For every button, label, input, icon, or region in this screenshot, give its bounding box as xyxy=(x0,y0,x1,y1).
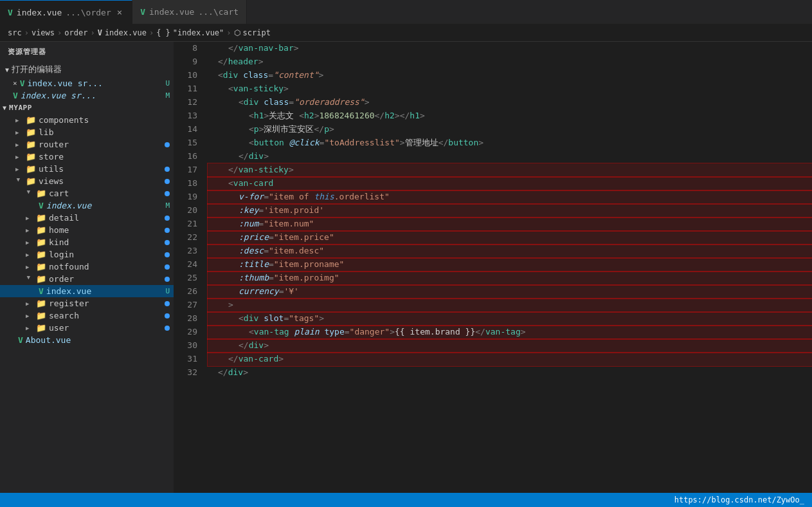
sidebar-item-lib[interactable]: ▶ 📁 lib xyxy=(0,126,174,138)
tab-bar: V index.vue ...\order × V index.vue ...\… xyxy=(0,0,812,24)
sidebar-item-register[interactable]: ▶ 📁 register xyxy=(0,297,174,309)
sidebar-item-notfound[interactable]: ▶ 📁 notfound xyxy=(0,261,174,273)
sidebar-item-login[interactable]: ▶ 📁 login xyxy=(0,248,174,261)
editor[interactable]: 8 9 10 11 12 13 14 15 16 17 18 19 20 21 … xyxy=(174,42,812,493)
sidebar-item-views[interactable]: ▶ 📁 views xyxy=(0,175,174,187)
breadcrumb-views[interactable]: views xyxy=(32,28,55,37)
code-line-21: :num="item.num" xyxy=(208,217,812,231)
dot-indicator xyxy=(165,277,170,282)
open-file-order[interactable]: × V index.vue sr... U xyxy=(0,77,174,89)
file-name: About.vue xyxy=(26,335,71,345)
close-x-icon[interactable]: × xyxy=(13,79,17,88)
breadcrumb-name[interactable]: "index.vue" xyxy=(173,28,224,37)
code-line-17: </van-sticky> xyxy=(208,163,812,177)
open-file-cart[interactable]: V index.vue sr... M xyxy=(0,89,174,102)
open-editors-label: 打开的编辑器 xyxy=(12,64,62,75)
arrow-icon: ▶ xyxy=(26,239,32,246)
dot-indicator xyxy=(165,179,170,184)
sidebar-item-store[interactable]: ▶ 📁 store xyxy=(0,151,174,163)
folder-name: user xyxy=(49,323,69,333)
line-num-20: 20 xyxy=(174,204,197,217)
sidebar-item-user[interactable]: ▶ 📁 user xyxy=(0,322,174,334)
status-text: https://blog.csdn.net/ZywOo_ xyxy=(674,495,804,504)
breadcrumb-order[interactable]: order xyxy=(64,28,87,37)
line-num-10: 10 xyxy=(174,69,197,82)
code-line-22: :price="item.price" xyxy=(208,231,812,244)
code-line-12: <div class="orderaddress"> xyxy=(208,96,812,109)
code-line-23: :desc="item.desc" xyxy=(208,244,812,258)
sidebar-item-components[interactable]: ▶ 📁 components xyxy=(0,114,174,126)
folder-icon: 📁 xyxy=(36,250,46,259)
code-line-31: </van-card> xyxy=(208,353,812,366)
arrow-icon: ▶ xyxy=(26,325,32,331)
sidebar-item-cart[interactable]: ▶ 📁 cart xyxy=(0,187,174,199)
line-num-24: 24 xyxy=(174,258,197,272)
sidebar: 资源管理器 ▼ 打开的编辑器 × V index.vue sr... U V i… xyxy=(0,42,174,493)
vue-icon: V xyxy=(8,8,13,17)
open-editors-header[interactable]: ▼ 打开的编辑器 xyxy=(0,62,174,77)
folder-name: login xyxy=(49,250,74,259)
tab-path: ...\order xyxy=(66,8,111,17)
tab-cart-index[interactable]: V index.vue ...\cart xyxy=(132,0,247,24)
line-numbers: 8 9 10 11 12 13 14 15 16 17 18 19 20 21 … xyxy=(174,42,203,493)
sidebar-item-kind[interactable]: ▶ 📁 kind xyxy=(0,236,174,248)
line-num-15: 15 xyxy=(174,136,197,150)
line-num-32: 32 xyxy=(174,366,197,380)
sidebar-item-utils[interactable]: ▶ 📁 utils xyxy=(0,163,174,175)
folder-icon: 📁 xyxy=(36,323,46,333)
folder-name: views xyxy=(39,176,64,186)
folder-name: kind xyxy=(49,237,69,247)
breadcrumb-src[interactable]: src xyxy=(8,28,22,37)
breadcrumb-sep: › xyxy=(57,28,62,37)
line-num-9: 9 xyxy=(174,55,197,69)
folder-name: detail xyxy=(49,213,79,223)
tab-order-index[interactable]: V index.vue ...\order × xyxy=(0,0,132,24)
project-name: MYAPP xyxy=(9,104,32,112)
project-header[interactable]: ▼ MYAPP xyxy=(0,102,174,114)
arrow-icon: ▶ xyxy=(15,142,22,148)
sidebar-item-detail[interactable]: ▶ 📁 detail xyxy=(0,212,174,224)
arrow-icon: ▶ xyxy=(15,166,22,172)
dot-indicator xyxy=(165,191,170,196)
arrow-icon: ▶ xyxy=(15,178,22,185)
code-line-28: <div slot="tags"> xyxy=(208,312,812,326)
code-line-32: </div> xyxy=(208,366,812,380)
breadcrumb-file[interactable]: index.vue xyxy=(105,28,147,37)
close-icon[interactable]: × xyxy=(115,6,124,18)
dot-indicator xyxy=(165,167,170,172)
vue-v-icon: V xyxy=(39,201,44,210)
line-num-17: 17 xyxy=(174,163,197,177)
sidebar-item-order[interactable]: ▶ 📁 order xyxy=(0,273,174,285)
sidebar-item-cart-index[interactable]: V index.vue M xyxy=(0,199,174,212)
line-num-13: 13 xyxy=(174,109,197,123)
arrow-icon: ▶ xyxy=(15,117,22,124)
arrow-icon: ▶ xyxy=(26,264,32,270)
arrow-icon: ▶ xyxy=(26,252,32,258)
breadcrumb-script-icon: ⬡ xyxy=(234,28,240,37)
folder-name: store xyxy=(39,152,64,161)
sidebar-item-search[interactable]: ▶ 📁 search xyxy=(0,309,174,322)
code-line-25: :thumb="item.proimg" xyxy=(208,272,812,285)
badge-m: M xyxy=(165,91,170,100)
dot-indicator xyxy=(165,326,170,331)
main-layout: 资源管理器 ▼ 打开的编辑器 × V index.vue sr... U V i… xyxy=(0,42,812,493)
folder-icon: 📁 xyxy=(36,311,46,320)
sidebar-item-home[interactable]: ▶ 📁 home xyxy=(0,224,174,236)
code-line-9: </header> xyxy=(208,55,812,69)
vue-v-icon: V xyxy=(13,91,18,100)
dot-indicator xyxy=(165,240,170,245)
code-line-26: currency='¥' xyxy=(208,285,812,299)
folder-name: notfound xyxy=(49,262,89,272)
dot-indicator xyxy=(165,301,170,306)
sidebar-item-router[interactable]: ▶ 📁 router xyxy=(0,138,174,151)
folder-icon: 📁 xyxy=(26,140,36,149)
line-num-30: 30 xyxy=(174,339,197,353)
folder-name: utils xyxy=(39,164,64,174)
sidebar-item-about[interactable]: V About.vue xyxy=(0,334,174,346)
open-file-name: index.vue sr... xyxy=(27,78,102,88)
sidebar-item-order-index[interactable]: V index.vue U xyxy=(0,285,174,297)
breadcrumb-script[interactable]: script xyxy=(243,28,271,37)
dot-indicator xyxy=(165,142,170,147)
breadcrumb-sep: › xyxy=(226,28,231,37)
arrow-icon: ▶ xyxy=(26,313,32,319)
